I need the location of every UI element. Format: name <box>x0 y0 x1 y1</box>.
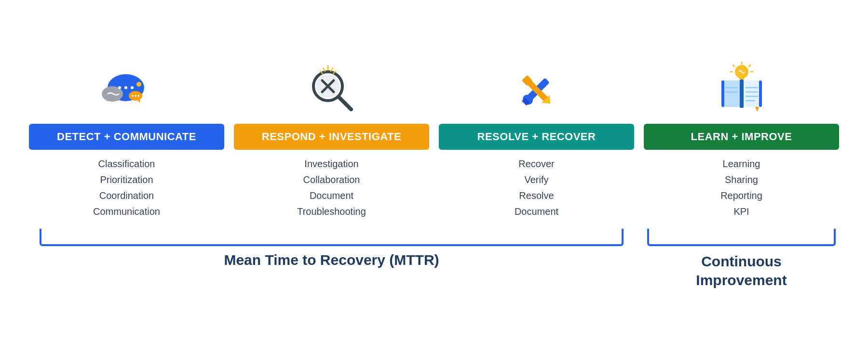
columns-row: DETECT + COMMUNICATE Classification Prio… <box>24 52 844 217</box>
resolve-items: Recover Verify Resolve Document <box>515 158 558 217</box>
respond-items: Investigation Collaboration Document Tro… <box>297 158 366 217</box>
list-item: Verify <box>515 174 558 185</box>
column-resolve: RESOLVE + RECOVER Recover Verify Resolve… <box>434 52 639 217</box>
resolve-badge: RESOLVE + RECOVER <box>439 124 634 150</box>
list-item: Troubleshooting <box>297 206 366 217</box>
list-item: Collaboration <box>297 174 366 185</box>
svg-rect-42 <box>739 77 744 79</box>
list-item: Sharing <box>720 174 762 185</box>
svg-line-45 <box>733 65 734 66</box>
svg-rect-32 <box>759 80 762 107</box>
svg-point-12 <box>137 95 139 97</box>
ci-section: ContinuousImprovement <box>639 229 844 289</box>
mttr-bracket <box>40 229 624 246</box>
main-container: DETECT + COMMUNICATE Classification Prio… <box>24 52 844 289</box>
svg-line-20 <box>323 68 325 71</box>
list-item: Document <box>515 206 558 217</box>
list-item: Resolve <box>515 190 558 201</box>
column-respond: RESPOND + INVESTIGATE Investigation Coll… <box>229 52 434 217</box>
svg-rect-30 <box>721 80 724 107</box>
detect-items: Classification Prioritization Coordinati… <box>93 158 160 217</box>
bottom-row: Mean Time to Recovery (MTTR) ContinuousI… <box>24 229 844 289</box>
list-item: Classification <box>93 158 160 170</box>
svg-line-17 <box>339 97 351 109</box>
icon-area-learn <box>713 52 771 119</box>
svg-rect-33 <box>740 79 744 108</box>
tools-icon <box>508 61 566 119</box>
svg-marker-40 <box>755 107 759 112</box>
svg-point-10 <box>132 95 134 97</box>
svg-point-7 <box>124 86 127 89</box>
list-item: Communication <box>93 206 160 217</box>
svg-point-11 <box>135 95 136 97</box>
svg-point-9 <box>136 82 141 87</box>
detect-badge: DETECT + COMMUNICATE <box>29 124 224 150</box>
svg-line-44 <box>749 65 750 66</box>
list-item: Reporting <box>720 190 762 201</box>
column-learn: LEARN + IMPROVE Learning Sharing Reporti… <box>639 52 844 217</box>
magnify-error-icon <box>303 61 361 119</box>
list-item: Learning <box>720 158 762 170</box>
list-item: Document <box>297 190 366 201</box>
svg-point-6 <box>118 86 121 89</box>
mttr-label: Mean Time to Recovery (MTTR) <box>224 252 439 268</box>
list-item: KPI <box>720 206 762 217</box>
list-item: Coordination <box>93 190 160 201</box>
learn-items: Learning Sharing Reporting KPI <box>720 158 762 217</box>
list-item: Recover <box>515 158 558 170</box>
ci-label: ContinuousImprovement <box>696 252 787 289</box>
ci-bracket <box>647 229 836 246</box>
icon-area-resolve <box>508 52 566 119</box>
list-item: Investigation <box>297 158 366 170</box>
respond-badge: RESPOND + INVESTIGATE <box>234 124 429 150</box>
svg-point-8 <box>131 86 134 89</box>
learn-badge: LEARN + IMPROVE <box>644 124 839 150</box>
book-lightbulb-icon <box>713 61 771 119</box>
icon-area-detect <box>98 52 156 119</box>
svg-line-19 <box>331 68 333 71</box>
mttr-section: Mean Time to Recovery (MTTR) <box>24 229 639 289</box>
icon-area-respond <box>303 52 361 119</box>
column-detect: DETECT + COMMUNICATE Classification Prio… <box>24 52 229 217</box>
list-item: Prioritization <box>93 174 160 185</box>
chat-bubbles-icon <box>98 61 156 119</box>
